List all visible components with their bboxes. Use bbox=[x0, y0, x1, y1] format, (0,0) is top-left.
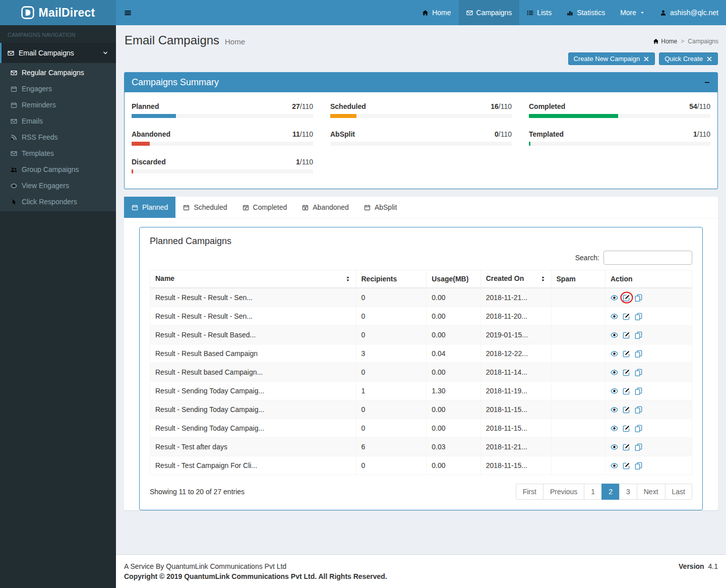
collapse-button[interactable] bbox=[704, 79, 710, 86]
view-button[interactable] bbox=[611, 443, 618, 451]
sidebar-item-emails[interactable]: Emails bbox=[0, 113, 116, 129]
cell-created-on: 2018-11-21... bbox=[480, 288, 551, 307]
tab-planned[interactable]: Planned bbox=[124, 197, 175, 218]
sidebar-item-view-engagers[interactable]: View Engagers bbox=[0, 178, 116, 194]
copy-button[interactable] bbox=[635, 369, 642, 376]
top-navbar: MailDirect Home Campaigns Lists Statisti… bbox=[0, 0, 726, 25]
cell-usage: 0.00 bbox=[427, 400, 481, 419]
copy-button[interactable] bbox=[635, 462, 642, 469]
version-value: 4.1 bbox=[708, 562, 718, 570]
page-first[interactable]: First bbox=[516, 484, 543, 500]
nav-home-label: Home bbox=[432, 9, 451, 17]
edit-button[interactable] bbox=[623, 313, 630, 320]
table-row: Result - Test after days 6 0.03 2018-11-… bbox=[150, 438, 692, 456]
stat-label: Templated bbox=[529, 130, 564, 138]
create-new-campaign-button[interactable]: Create New Campaign bbox=[568, 52, 655, 65]
cell-recipients: 0 bbox=[356, 363, 427, 382]
tab-completed[interactable]: Completed bbox=[235, 197, 295, 218]
cell-spam bbox=[551, 326, 606, 344]
sidebar-toggle[interactable] bbox=[116, 0, 139, 25]
page-2[interactable]: 2 bbox=[601, 484, 620, 500]
breadcrumb-home[interactable]: Home bbox=[653, 38, 677, 45]
tab-absplit[interactable]: AbSplit bbox=[356, 197, 404, 218]
view-button[interactable] bbox=[611, 294, 618, 302]
copy-button[interactable] bbox=[635, 331, 642, 339]
brand-name: MailDirect bbox=[39, 6, 95, 20]
brand-logo[interactable]: MailDirect bbox=[0, 0, 116, 25]
tab-scheduled[interactable]: Scheduled bbox=[175, 197, 234, 218]
view-button[interactable] bbox=[611, 350, 618, 358]
edit-icon bbox=[623, 443, 630, 451]
view-button[interactable] bbox=[611, 387, 618, 395]
cell-spam bbox=[551, 382, 606, 400]
sidebar-item-group-campaigns[interactable]: Group Campaigns bbox=[0, 161, 116, 178]
progress-bar bbox=[132, 142, 150, 146]
search-input[interactable] bbox=[603, 251, 692, 265]
tools-icon bbox=[643, 56, 649, 62]
sidebar-item-regular-campaigns[interactable]: Regular Campaigns bbox=[0, 65, 116, 81]
edit-button[interactable] bbox=[623, 462, 630, 469]
copy-button[interactable] bbox=[635, 443, 642, 451]
nav-home[interactable]: Home bbox=[414, 0, 458, 25]
cell-recipients: 0 bbox=[356, 419, 427, 438]
sidebar-item-click-responders[interactable]: Click Responders bbox=[0, 194, 116, 210]
table-row: Result - Result - Result - Sen... 0 0.00… bbox=[150, 307, 692, 326]
sidebar-item-engagers[interactable]: Engagers bbox=[0, 81, 116, 97]
cell-name: Result - Sending Today Campaig... bbox=[150, 419, 356, 438]
edit-button[interactable] bbox=[623, 387, 630, 395]
column-header-created-on[interactable]: Created On bbox=[480, 270, 551, 288]
stat-label: Scheduled bbox=[330, 102, 366, 110]
column-header-recipients[interactable]: Recipients bbox=[356, 270, 427, 288]
edit-button[interactable] bbox=[623, 350, 630, 358]
view-button[interactable] bbox=[611, 331, 618, 339]
content-header: Email Campaigns Home Home > Campaigns bbox=[116, 25, 726, 47]
nav-user[interactable]: ashish@qlc.net bbox=[652, 0, 726, 25]
column-label: Name bbox=[155, 274, 174, 282]
edit-button[interactable] bbox=[623, 406, 630, 414]
copy-button[interactable] bbox=[635, 406, 642, 414]
cell-spam bbox=[551, 456, 606, 475]
view-button[interactable] bbox=[611, 425, 618, 432]
copy-button[interactable] bbox=[635, 294, 642, 302]
tab-label: Completed bbox=[253, 203, 287, 211]
cell-spam bbox=[551, 400, 606, 419]
nav-campaigns[interactable]: Campaigns bbox=[459, 0, 520, 25]
column-header-usage[interactable]: Usage(MB) bbox=[427, 270, 481, 288]
view-button[interactable] bbox=[611, 313, 618, 320]
copy-button[interactable] bbox=[635, 387, 642, 395]
edit-button[interactable] bbox=[623, 443, 630, 451]
copy-button[interactable] bbox=[635, 313, 642, 320]
tab-abandoned[interactable]: Abandoned bbox=[294, 197, 356, 218]
view-button[interactable] bbox=[611, 406, 618, 414]
nav-statistics[interactable]: Statistics bbox=[559, 0, 613, 25]
cell-created-on: 2018-11-20... bbox=[480, 307, 551, 326]
column-header-name[interactable]: Name bbox=[150, 270, 356, 288]
envelope-icon bbox=[8, 50, 14, 56]
view-button[interactable] bbox=[611, 369, 618, 376]
sidebar-item-templates[interactable]: Templates bbox=[0, 145, 116, 161]
sidebar-item-email-campaigns[interactable]: Email Campaigns bbox=[0, 43, 116, 63]
sidebar-item-reminders[interactable]: Reminders bbox=[0, 97, 116, 113]
sidebar-item-rss-feeds[interactable]: RSS Feeds bbox=[0, 129, 116, 145]
edit-button[interactable] bbox=[623, 425, 630, 432]
page-3[interactable]: 3 bbox=[619, 484, 637, 500]
page-1[interactable]: 1 bbox=[584, 484, 602, 500]
quick-create-button[interactable]: Quick Create bbox=[659, 52, 718, 65]
stat-value: 11/110 bbox=[292, 130, 313, 138]
page-previous[interactable]: Previous bbox=[543, 484, 584, 500]
page-last[interactable]: Last bbox=[665, 484, 692, 500]
column-label: Spam bbox=[557, 275, 576, 283]
view-button[interactable] bbox=[611, 462, 618, 469]
nav-lists[interactable]: Lists bbox=[519, 0, 559, 25]
edit-button[interactable] bbox=[623, 369, 630, 376]
table-row: Result - Sending Today Campaig... 1 1.30… bbox=[150, 382, 692, 400]
edit-button[interactable] bbox=[623, 331, 630, 339]
nav-more[interactable]: More bbox=[613, 0, 652, 25]
cell-name: Result - Result - Result - Sen... bbox=[150, 307, 356, 326]
cell-name: Result - Sending Today Campaig... bbox=[150, 400, 356, 419]
page-next[interactable]: Next bbox=[637, 484, 666, 500]
sidebar-heading: CAMPAIGNS NAVIGATION bbox=[0, 25, 116, 43]
copy-button[interactable] bbox=[635, 425, 642, 432]
copy-button[interactable] bbox=[635, 350, 642, 358]
edit-button[interactable] bbox=[623, 294, 630, 302]
